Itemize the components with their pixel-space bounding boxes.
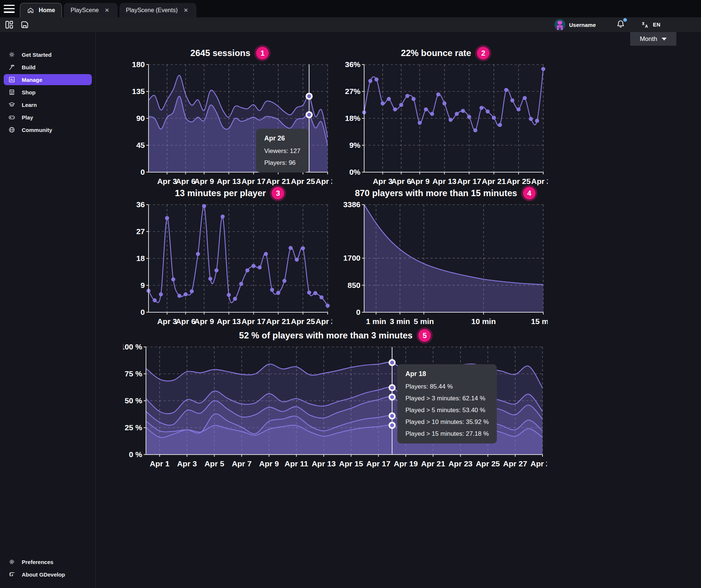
svg-text:75 %: 75 %: [125, 369, 142, 378]
bounce-rate-chart[interactable]: 0%9%18%27%36%Apr 3Apr 6Apr 9Apr 13Apr 17…: [343, 59, 548, 189]
chart-title: 2645 sessions: [191, 48, 251, 58]
svg-text:Apr 13: Apr 13: [432, 177, 456, 185]
close-icon[interactable]: ✕: [182, 6, 190, 14]
notification-dot: [623, 18, 627, 22]
tab-playscene-events[interactable]: PlayScene (Events) ✕: [119, 3, 196, 17]
annotation-badge-1: 1: [256, 47, 269, 59]
close-icon[interactable]: ✕: [103, 6, 111, 14]
svg-text:Apr 6: Apr 6: [176, 317, 196, 326]
svg-text:3 min: 3 min: [390, 317, 410, 326]
svg-text:Apr 29: Apr 29: [530, 459, 547, 468]
panels-layout-icon[interactable]: [4, 20, 14, 29]
svg-text:Apr 25: Apr 25: [291, 177, 315, 185]
sidebar-item-get-started[interactable]: Get Started: [4, 49, 92, 60]
sidebar-label: Shop: [22, 89, 36, 95]
minutes-per-player-panel: 13 minutes per player 3 09182736Apr 3Apr…: [127, 187, 332, 329]
translate-icon: x̄ A: [641, 20, 650, 29]
analytics-icon: [8, 76, 15, 83]
annotation-badge-5: 5: [418, 329, 431, 342]
notifications-button[interactable]: [616, 19, 625, 30]
sidebar-label: Build: [22, 64, 36, 70]
svg-text:90: 90: [136, 114, 145, 122]
svg-text:15 min: 15 min: [531, 317, 548, 326]
sidebar-item-play[interactable]: Play: [4, 112, 92, 123]
svg-text:Apr 3: Apr 3: [373, 177, 393, 185]
annotation-badge-4: 4: [523, 187, 536, 199]
chart-title: 13 minutes per player: [175, 188, 266, 198]
globe-icon: [8, 126, 15, 133]
tab-home[interactable]: Home: [20, 3, 62, 17]
svg-text:25 %: 25 %: [125, 423, 142, 432]
tooltip-line: Viewers: 127: [264, 147, 300, 155]
sidebar-item-manage[interactable]: Manage: [4, 74, 92, 85]
tooltip-line: Played > 15 minutes: 27.18 %: [405, 430, 489, 438]
svg-text:Apr 25: Apr 25: [476, 459, 500, 468]
gear-icon: [8, 558, 15, 566]
chart-tooltip: Apr 26 Viewers: 127 Players: 96: [256, 129, 308, 173]
svg-text:Apr 9: Apr 9: [194, 177, 214, 185]
svg-text:180: 180: [132, 60, 145, 69]
svg-text:Apr 21: Apr 21: [421, 459, 445, 468]
language-selector[interactable]: x̄ A EN: [641, 20, 660, 29]
tooltip-line: Players: 85.44 %: [405, 383, 489, 390]
chart-tooltip: Apr 18 Players: 85.44 % Played > 3 minut…: [397, 364, 497, 443]
avatar: [554, 19, 565, 30]
username-label: Username: [569, 22, 596, 28]
svg-text:Apr 21: Apr 21: [266, 177, 290, 185]
menu-icon[interactable]: [4, 5, 15, 13]
chevron-down-icon: [662, 38, 667, 41]
svg-text:135: 135: [132, 87, 145, 95]
store-icon: [8, 88, 15, 96]
tab-label: Home: [39, 7, 55, 14]
period-value: Month: [640, 35, 657, 43]
retention-chart[interactable]: 0850170033861 min3 min5 min10 min15 min: [343, 199, 548, 329]
svg-text:27: 27: [136, 227, 145, 236]
sidebar-item-learn[interactable]: Learn: [4, 99, 92, 110]
annotation-badge-2: 2: [477, 47, 489, 59]
svg-text:Apr 7: Apr 7: [232, 459, 252, 468]
svg-text:Apr 17: Apr 17: [241, 317, 265, 326]
sidebar-item-preferences[interactable]: Preferences: [4, 556, 92, 567]
graduation-cap-icon: [8, 101, 15, 108]
user-account-button[interactable]: Username: [554, 19, 596, 30]
sidebar-item-shop[interactable]: Shop: [4, 87, 92, 98]
svg-text:0: 0: [140, 308, 145, 316]
svg-text:0: 0: [140, 168, 145, 176]
chart-title: 22% bounce rate: [401, 48, 471, 58]
svg-text:Apr 29: Apr 29: [315, 177, 332, 185]
svg-text:x̄: x̄: [642, 21, 645, 26]
svg-text:Apr 25: Apr 25: [506, 177, 531, 185]
period-dropdown[interactable]: Month: [630, 32, 676, 46]
sidebar-item-community[interactable]: Community: [4, 124, 92, 135]
svg-text:Apr 3: Apr 3: [177, 459, 197, 468]
language-code: EN: [653, 22, 660, 28]
svg-text:36: 36: [136, 200, 145, 209]
save-icon[interactable]: [20, 20, 29, 29]
tab-label: PlayScene: [70, 7, 99, 14]
minutes-per-player-chart[interactable]: 09182736Apr 3Apr 6Apr 9Apr 13Apr 17Apr 2…: [127, 199, 332, 329]
svg-text:Apr 21: Apr 21: [482, 177, 506, 185]
gdevelop-logo-icon: G: [8, 571, 15, 578]
retention-panel: 870 players with more than 15 minutes 4 …: [343, 187, 548, 329]
sidebar-item-build[interactable]: Build: [4, 62, 92, 73]
sidebar-label: About GDevelop: [22, 571, 65, 578]
sidebar-label: Community: [22, 127, 52, 133]
svg-text:Apr 6: Apr 6: [176, 177, 196, 185]
annotation-badge-3: 3: [272, 187, 284, 199]
svg-text:Apr 9: Apr 9: [410, 177, 430, 185]
chart-title: 870 players with more than 15 minutes: [355, 188, 517, 198]
svg-text:Apr 11: Apr 11: [285, 459, 308, 468]
sidebar-label: Manage: [22, 77, 42, 83]
hammer-icon: [8, 63, 15, 71]
tooltip-line: Played > 3 minutes: 62.14 %: [405, 395, 489, 402]
tooltip-line: Players: 96: [264, 159, 300, 167]
svg-text:Apr 1: Apr 1: [150, 459, 170, 468]
svg-text:Apr 3: Apr 3: [157, 177, 177, 185]
svg-text:850: 850: [348, 281, 360, 289]
tab-playscene[interactable]: PlayScene ✕: [64, 3, 117, 17]
toolbar: Username x̄ A EN: [0, 17, 701, 32]
svg-text:Apr 21: Apr 21: [266, 317, 290, 326]
sidebar-item-about-gdevelop[interactable]: G About GDevelop: [4, 569, 92, 580]
svg-text:A: A: [645, 24, 648, 28]
svg-text:Apr 6: Apr 6: [391, 177, 411, 185]
